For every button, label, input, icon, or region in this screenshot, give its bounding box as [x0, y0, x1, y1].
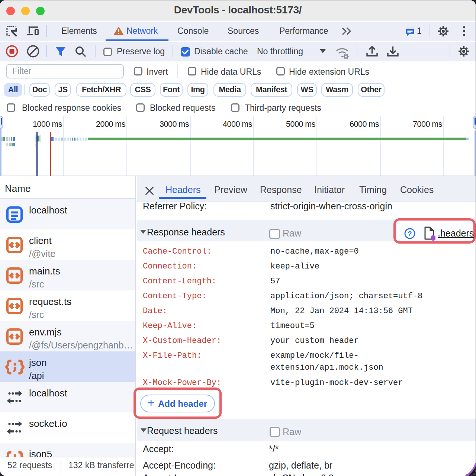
svg-text:?: ?	[408, 230, 412, 238]
